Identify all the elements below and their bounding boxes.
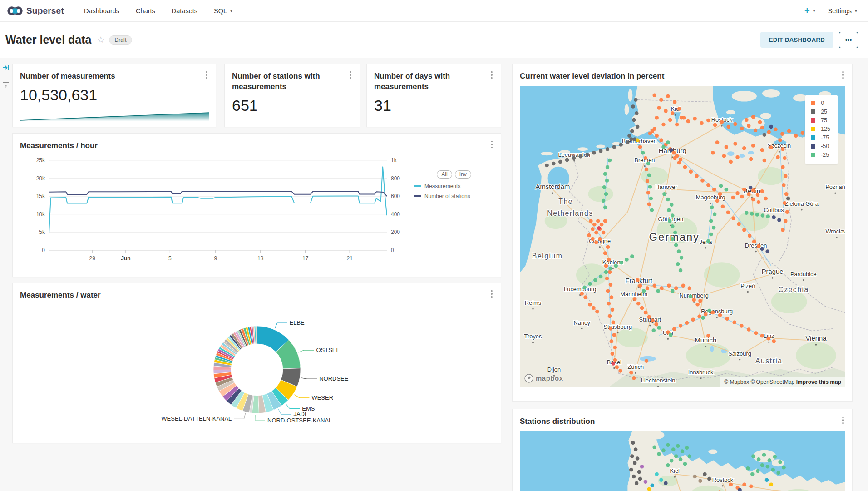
infinity-logo-icon: [7, 6, 23, 16]
map-legend-entry[interactable]: 0: [811, 100, 830, 106]
map-container[interactable]: KielRostock: [520, 431, 845, 491]
expand-filter-bar-icon[interactable]: [2, 64, 10, 71]
map-legend-entry[interactable]: -75: [811, 134, 830, 141]
station-dot: [756, 193, 760, 197]
legend-inv-button[interactable]: Inv: [455, 170, 471, 179]
chart-menu-kebab[interactable]: [347, 70, 354, 79]
station-dot: [757, 200, 760, 204]
nav-item-charts[interactable]: Charts: [128, 0, 163, 22]
station-dot: [610, 339, 613, 343]
station-dot: [649, 197, 653, 200]
station-dot: [683, 462, 687, 466]
station-dot: [646, 286, 649, 290]
station-dot: [782, 466, 786, 470]
y-axis-right-tick: 800: [391, 175, 400, 182]
station-dot: [751, 454, 755, 458]
station-dot: [599, 275, 602, 278]
station-dot: [742, 188, 746, 191]
station-dot: [670, 459, 674, 463]
station-dot: [674, 243, 678, 247]
settings-menu[interactable]: Settings ▼: [828, 7, 858, 15]
station-dot: [721, 204, 725, 208]
station-dot: [612, 145, 616, 149]
station-dot: [552, 162, 555, 165]
nav-item-datasets[interactable]: Datasets: [163, 0, 206, 22]
chart-title: Stations distribution: [520, 417, 837, 427]
chart-menu-kebab[interactable]: [488, 140, 495, 149]
nav-item-dashboards[interactable]: Dashboards: [76, 0, 128, 22]
station-dot: [693, 475, 697, 479]
mapbox-logo[interactable]: mapbox: [524, 374, 563, 383]
map-label: Belgium: [532, 252, 562, 260]
improve-map-link[interactable]: Improve this map: [796, 379, 841, 385]
station-dot: [594, 241, 598, 244]
station-dot: [655, 134, 658, 137]
superset-logo[interactable]: Superset: [0, 6, 76, 16]
station-dot: [706, 183, 710, 187]
chart-menu-kebab[interactable]: [203, 70, 210, 79]
station-dot: [647, 315, 651, 319]
station-dot: [701, 316, 705, 320]
north-germany-map: KielRostock: [520, 431, 845, 491]
edit-dashboard-button[interactable]: EDIT DASHBOARD: [760, 32, 833, 48]
station-dot: [644, 311, 647, 314]
top-navbar: Superset Dashboards Charts Datasets SQL …: [0, 0, 868, 22]
station-dot: [778, 138, 782, 142]
station-dot: [602, 199, 605, 203]
station-dot: [630, 454, 634, 458]
station-dot: [656, 289, 660, 293]
map-legend-entry[interactable]: -50: [811, 143, 830, 149]
legend-item[interactable]: Measurements: [414, 183, 494, 189]
station-dot: [592, 151, 596, 154]
map-legend-entry[interactable]: 25: [811, 109, 830, 115]
map-legend-entry[interactable]: -25: [811, 152, 830, 158]
chart-menu-kebab[interactable]: [839, 70, 847, 79]
station-dot: [627, 134, 631, 137]
station-dot: [768, 458, 772, 462]
station-dot: [651, 318, 655, 322]
legend-item[interactable]: Number of stations: [414, 193, 494, 199]
station-dot: [657, 106, 661, 109]
legend-value-label: -50: [821, 143, 829, 149]
station-dot: [783, 201, 786, 205]
map-legend-entry[interactable]: 75: [811, 117, 830, 124]
station-dot: [718, 313, 722, 317]
nav-item-sql[interactable]: SQL ▼: [206, 0, 242, 22]
station-dot: [774, 128, 777, 131]
chart-menu-kebab[interactable]: [488, 289, 495, 298]
station-dot: [630, 129, 634, 133]
map-container[interactable]: LeeuwardenAmsterdamTheNetherlandsKielRos…: [520, 86, 845, 387]
map-label: The: [558, 198, 573, 205]
station-dot: [672, 327, 676, 331]
favorite-star-icon[interactable]: ☆: [97, 35, 104, 45]
station-dot: [603, 251, 607, 255]
station-dot: [599, 149, 602, 153]
station-dot: [572, 156, 576, 160]
station-dot: [769, 482, 774, 486]
new-item-button[interactable]: + ▼: [804, 5, 816, 16]
legend-all-button[interactable]: All: [437, 170, 452, 179]
station-dot: [636, 302, 640, 305]
filter-icon[interactable]: [2, 81, 10, 88]
station-dot: [588, 303, 592, 306]
station-dot: [666, 140, 670, 144]
map-legend-entry[interactable]: 125: [811, 126, 830, 132]
station-dot: [634, 447, 638, 451]
chart-title: Measurements / water: [20, 290, 485, 301]
chart-menu-kebab[interactable]: [488, 70, 495, 79]
map-label: Austria: [755, 357, 783, 365]
station-dot: [673, 231, 677, 234]
dashboard-header: Water level data ☆ Draft EDIT DASHBOARD …: [0, 22, 868, 58]
station-dot: [636, 125, 639, 129]
filter-bar-collapsed: [0, 58, 12, 491]
station-dot: [603, 205, 607, 209]
station-dot: [740, 324, 743, 327]
station-dot: [689, 169, 693, 173]
more-options-button[interactable]: •••: [839, 32, 858, 48]
station-dot: [751, 115, 755, 119]
chart-menu-kebab[interactable]: [839, 416, 847, 425]
station-dot: [668, 219, 671, 223]
station-dot: [611, 352, 614, 356]
legend-label: Measurements: [424, 183, 460, 189]
station-dot: [655, 472, 659, 476]
